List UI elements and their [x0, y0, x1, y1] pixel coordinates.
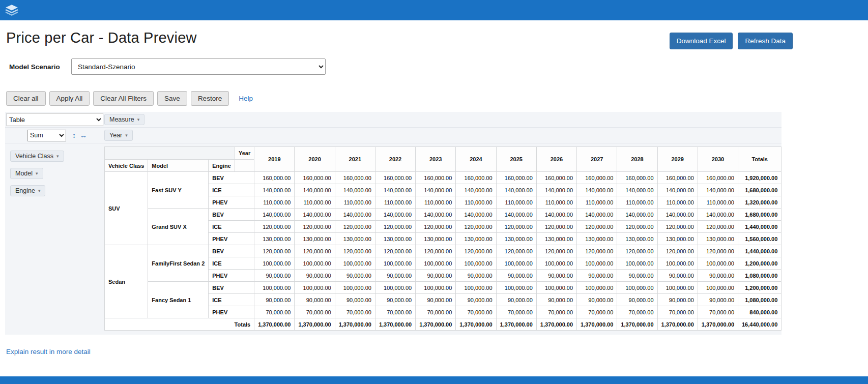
value-cell: 160,000.00: [456, 172, 496, 184]
pivot-second-row: Sum ↕ ↔ Year ▾: [5, 128, 782, 143]
value-cell: 100,000.00: [375, 257, 415, 270]
value-cell: 140,000.00: [536, 209, 576, 221]
value-cell: 120,000.00: [698, 221, 738, 233]
value-cell: 120,000.00: [416, 221, 456, 233]
value-cell: 140,000.00: [375, 209, 415, 221]
footer-bar: [0, 376, 868, 384]
restore-button[interactable]: Restore: [191, 91, 229, 106]
value-cell: 140,000.00: [456, 209, 496, 221]
value-cell: 120,000.00: [335, 245, 375, 257]
explain-link[interactable]: Explain result in more detail: [6, 348, 91, 356]
value-cell: 70,000.00: [416, 306, 456, 318]
value-cell: 100,000.00: [456, 282, 496, 294]
value-cell: 100,000.00: [657, 282, 698, 294]
row-total-cell: 1,200,000.00: [738, 257, 782, 270]
value-cell: 140,000.00: [295, 209, 335, 221]
value-cell: 110,000.00: [698, 196, 738, 209]
field-pill-model-label: Model: [15, 170, 33, 177]
value-cell: 160,000.00: [657, 172, 698, 184]
model-cell: Grand SUV X: [148, 209, 209, 245]
column-total-cell: 1,370,000.00: [295, 318, 335, 331]
chevron-down-icon: ▾: [36, 171, 38, 176]
value-cell: 100,000.00: [577, 282, 617, 294]
year-column-header: 2029: [657, 147, 698, 172]
move-vertical-icon[interactable]: ↕: [72, 132, 76, 139]
value-cell: 90,000.00: [254, 270, 295, 282]
row-field-header: Model: [148, 160, 209, 172]
value-cell: 130,000.00: [416, 233, 456, 245]
row-total-cell: 1,680,000.00: [738, 184, 782, 196]
refresh-data-button[interactable]: Refresh Data: [738, 33, 793, 49]
value-cell: 130,000.00: [456, 233, 496, 245]
topbar: [0, 0, 868, 20]
year-column-header: 2030: [698, 147, 738, 172]
hierarchy-spacer-cell: [235, 160, 254, 172]
apply-all-button[interactable]: Apply All: [49, 91, 90, 106]
value-cell: 90,000.00: [536, 294, 576, 306]
value-cell: 100,000.00: [536, 257, 576, 270]
move-horizontal-icon[interactable]: ↔: [80, 132, 87, 139]
column-total-cell: 1,370,000.00: [698, 318, 738, 331]
field-pill-vehicle-class[interactable]: Vehicle Class ▾: [10, 151, 64, 162]
value-cell: 140,000.00: [698, 184, 738, 196]
value-cell: 140,000.00: [496, 209, 536, 221]
value-cell: 120,000.00: [657, 221, 698, 233]
value-cell: 140,000.00: [496, 184, 536, 196]
value-cell: 90,000.00: [335, 294, 375, 306]
value-cell: 130,000.00: [295, 233, 335, 245]
clear-all-filters-button[interactable]: Clear All Filters: [93, 91, 154, 106]
chevron-down-icon: ▾: [125, 133, 128, 138]
measure-field-pill[interactable]: Measure ▾: [104, 114, 144, 125]
model-scenario-select[interactable]: Standard-Szenario: [71, 58, 326, 75]
vehicle-class-cell: Sedan: [105, 245, 148, 318]
value-cell: 90,000.00: [496, 294, 536, 306]
field-pill-vehicle-class-label: Vehicle Class: [15, 153, 53, 160]
year-field-pill[interactable]: Year ▾: [104, 130, 133, 141]
value-cell: 160,000.00: [375, 172, 415, 184]
value-cell: 100,000.00: [254, 282, 295, 294]
year-column-header: 2019: [254, 147, 295, 172]
value-cell: 120,000.00: [617, 245, 657, 257]
value-cell: 120,000.00: [456, 221, 496, 233]
field-pill-model[interactable]: Model ▾: [10, 168, 43, 179]
chevron-down-icon: ▾: [38, 188, 41, 193]
download-excel-button[interactable]: Download Excel: [670, 33, 733, 49]
value-cell: 100,000.00: [456, 257, 496, 270]
pivot-row-fields-panel: Vehicle Class ▾ Model ▾ Engine ▾: [5, 143, 104, 331]
column-total-cell: 1,370,000.00: [375, 318, 415, 331]
value-cell: 90,000.00: [657, 270, 698, 282]
clear-all-button[interactable]: Clear all: [6, 91, 46, 106]
field-pill-engine-label: Engine: [15, 187, 35, 194]
value-cell: 120,000.00: [496, 221, 536, 233]
value-cell: 90,000.00: [335, 270, 375, 282]
value-cell: 160,000.00: [698, 172, 738, 184]
view-mode-select[interactable]: Table: [7, 113, 103, 126]
value-cell: 70,000.00: [375, 306, 415, 318]
value-cell: 120,000.00: [657, 245, 698, 257]
value-cell: 100,000.00: [698, 282, 738, 294]
engine-cell: PHEV: [209, 196, 254, 209]
value-cell: 120,000.00: [456, 245, 496, 257]
model-scenario-label: Model Scenario: [9, 63, 71, 71]
value-cell: 100,000.00: [577, 257, 617, 270]
value-cell: 100,000.00: [536, 282, 576, 294]
help-link[interactable]: Help: [239, 95, 253, 102]
value-cell: 120,000.00: [295, 221, 335, 233]
save-button[interactable]: Save: [157, 91, 187, 106]
engine-cell: PHEV: [209, 233, 254, 245]
field-pill-engine[interactable]: Engine ▾: [10, 185, 45, 196]
value-cell: 140,000.00: [456, 184, 496, 196]
value-cell: 110,000.00: [577, 196, 617, 209]
value-cell: 130,000.00: [657, 233, 698, 245]
row-total-cell: 1,440,000.00: [738, 245, 782, 257]
value-cell: 130,000.00: [496, 233, 536, 245]
layers-logo-icon[interactable]: [5, 4, 18, 17]
value-cell: 120,000.00: [254, 221, 295, 233]
chevron-down-icon: ▾: [56, 154, 59, 159]
value-cell: 90,000.00: [416, 294, 456, 306]
engine-cell: BEV: [209, 282, 254, 294]
aggregation-select[interactable]: Sum: [27, 130, 66, 141]
pivot-data-row: SedanFamilyFirst Sedan 2BEV120,000.00120…: [105, 245, 782, 257]
totals-row-label: Totals: [105, 318, 254, 331]
pivot-data-row: SUVFast SUV YBEV160,000.00160,000.00160,…: [105, 172, 782, 184]
